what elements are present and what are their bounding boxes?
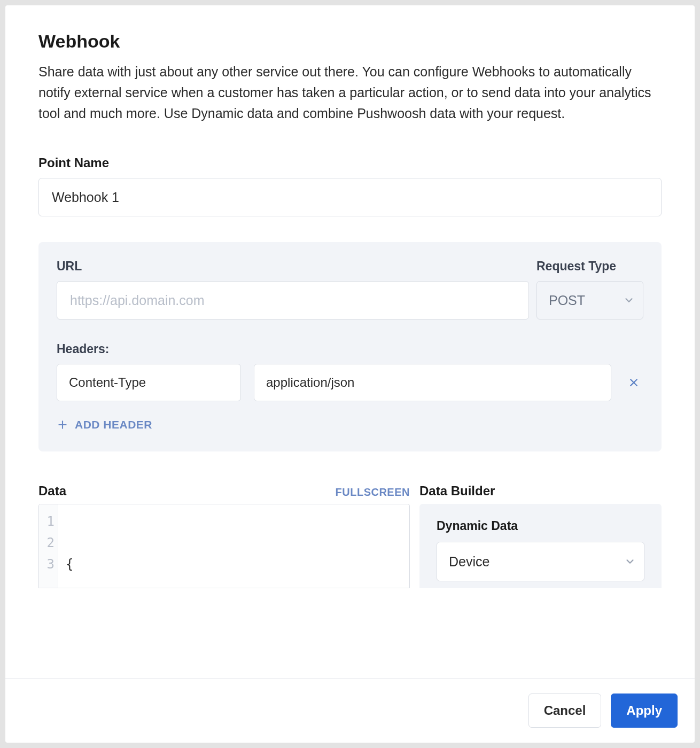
close-icon [628, 377, 639, 388]
code-area[interactable]: { "hwid": "{{device:hwid}}" } [58, 504, 409, 588]
fullscreen-button[interactable]: FULLSCREEN [336, 486, 410, 498]
header-value-input[interactable] [254, 364, 611, 401]
remove-header-button[interactable] [624, 373, 643, 392]
data-builder-panel: Dynamic Data Device [419, 504, 662, 588]
add-header-label: ADD HEADER [75, 418, 152, 431]
line-number: 1 [42, 511, 55, 532]
webhook-modal: Webhook Share data with just about any o… [5, 5, 695, 743]
modal-body: Webhook Share data with just about any o… [5, 5, 695, 678]
cancel-button[interactable]: Cancel [528, 694, 602, 728]
dynamic-data-value: Device [449, 554, 489, 570]
plus-icon [57, 419, 68, 431]
point-name-input[interactable] [38, 178, 662, 216]
code-token: { [66, 557, 73, 572]
point-name-label: Point Name [38, 155, 662, 170]
header-key-input[interactable] [57, 364, 241, 401]
request-type-label: Request Type [536, 259, 643, 274]
data-label: Data [38, 484, 66, 498]
header-row [57, 364, 643, 401]
dynamic-data-label: Dynamic Data [437, 519, 644, 533]
page-title: Webhook [38, 31, 662, 52]
page-description: Share data with just about any other ser… [38, 61, 662, 123]
modal-footer: Cancel Apply [5, 678, 695, 743]
code-gutter: 1 2 3 [39, 504, 58, 588]
line-number: 3 [42, 554, 55, 575]
headers-label: Headers: [57, 342, 643, 356]
url-input[interactable] [57, 281, 529, 320]
request-panel: URL Request Type POST [38, 242, 662, 451]
line-number: 2 [42, 532, 55, 554]
url-label: URL [57, 259, 529, 274]
apply-button[interactable]: Apply [611, 694, 678, 728]
dynamic-data-select[interactable]: Device [437, 542, 644, 581]
request-type-value: POST [549, 293, 585, 308]
add-header-button[interactable]: ADD HEADER [57, 418, 152, 431]
data-builder-label: Data Builder [419, 484, 495, 498]
code-editor[interactable]: 1 2 3 { "hwid": "{{device:hwid}}" } [38, 504, 410, 588]
request-type-select[interactable]: POST [536, 281, 643, 320]
